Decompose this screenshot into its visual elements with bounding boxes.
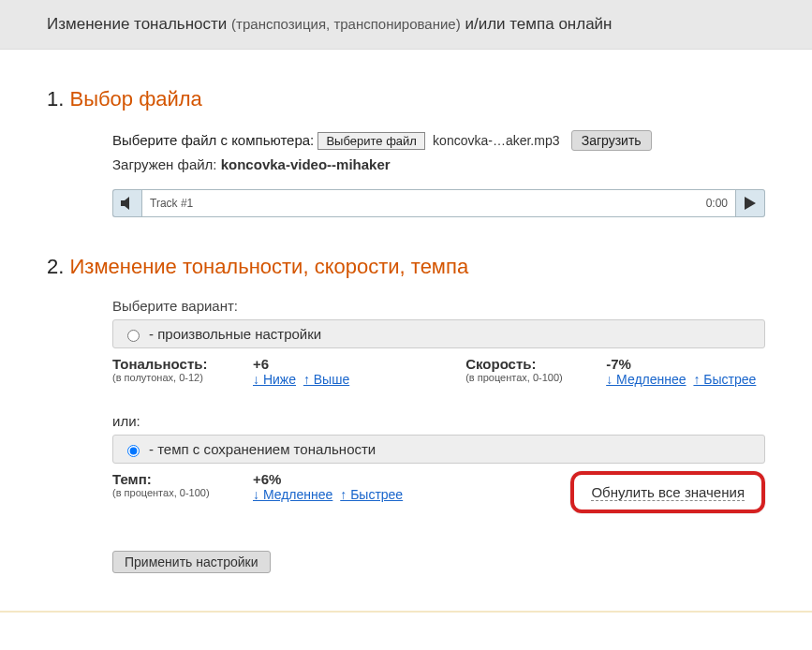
- svg-marker-0: [121, 197, 129, 210]
- tempo-slower-link[interactable]: ↓ Медленнее: [253, 487, 332, 502]
- header-title-tail: и/или темпа онлайн: [461, 15, 613, 33]
- audio-player: Track #1 0:00: [112, 189, 765, 217]
- speed-label: Скорость:: [465, 356, 597, 372]
- option-custom-settings[interactable]: - произвольные настройки: [112, 319, 765, 348]
- speed-slower-link[interactable]: ↓ Медленнее: [606, 372, 686, 387]
- radio-tempo[interactable]: [127, 445, 140, 457]
- player-track-label: Track #1: [150, 197, 193, 210]
- file-select-button[interactable]: Выберите файл: [317, 132, 424, 150]
- player-stop-button[interactable]: [112, 189, 141, 217]
- file-choose-row: Выберите файл с компьютера: Выберите фай…: [112, 130, 765, 151]
- option-tempo-label: - темп с сохранением тональности: [149, 441, 376, 457]
- loaded-file-name: koncovka-video--mihaker: [221, 156, 391, 172]
- loaded-file-row: Загружен файл: koncovka-video--mihaker: [112, 156, 765, 172]
- section2-title-text: Изменение тональности, скорости, темпа: [69, 255, 468, 278]
- choose-variant-label: Выберите вариант:: [112, 298, 765, 314]
- reset-all-link[interactable]: Обнулить все значения: [591, 484, 745, 501]
- player-time: 0:00: [706, 197, 728, 210]
- section2-num: 2.: [47, 255, 64, 278]
- pitch-higher-link[interactable]: ↑ Выше: [303, 372, 349, 387]
- play-icon: [745, 197, 756, 210]
- page-header: Изменение тональности (транспозиция, тра…: [0, 0, 812, 50]
- footer-bar: [0, 611, 812, 650]
- loaded-file-prefix: Загружен файл:: [112, 156, 221, 172]
- speed-value: -7%: [606, 356, 653, 372]
- section2-title: 2. Изменение тональности, скорости, темп…: [47, 255, 765, 279]
- radio-custom[interactable]: [127, 330, 140, 342]
- upload-button[interactable]: Загрузить: [571, 130, 652, 151]
- svg-marker-1: [745, 197, 756, 210]
- apply-settings-button[interactable]: Применить настройки: [112, 551, 271, 573]
- speaker-icon: [121, 197, 134, 210]
- file-choose-label: Выберите файл с компьютера:: [112, 132, 314, 148]
- section1-num: 1.: [47, 87, 64, 111]
- section1-title-text: Выбор файла: [69, 87, 201, 111]
- tempo-value: +6%: [253, 471, 300, 487]
- header-title-sub: (транспозиция, транспонирование): [231, 16, 461, 32]
- header-title-main: Изменение тональности: [47, 15, 231, 33]
- player-play-button[interactable]: [736, 189, 765, 217]
- option-tempo-preserve[interactable]: - темп с сохранением тональности: [112, 435, 765, 464]
- pitch-value: +6: [253, 356, 300, 372]
- tempo-label: Темп:: [112, 471, 244, 487]
- option-custom-label: - произвольные настройки: [149, 326, 321, 342]
- speed-hint: (в процентах, 0-100): [465, 372, 597, 383]
- player-track[interactable]: Track #1 0:00: [141, 189, 736, 217]
- pitch-hint: (в полутонах, 0-12): [112, 372, 244, 383]
- reset-highlight: Обнулить все значения: [570, 471, 765, 513]
- tempo-faster-link[interactable]: ↑ Быстрее: [340, 487, 403, 502]
- speed-faster-link[interactable]: ↑ Быстрее: [693, 372, 756, 387]
- or-label: или:: [112, 413, 765, 429]
- section1-title: 1. Выбор файла: [47, 87, 765, 111]
- chosen-filename: koncovka-…aker.mp3: [433, 133, 559, 148]
- pitch-lower-link[interactable]: ↓ Ниже: [253, 372, 296, 387]
- pitch-label: Тональность:: [112, 356, 244, 372]
- tempo-hint: (в процентах, 0-100): [112, 487, 244, 498]
